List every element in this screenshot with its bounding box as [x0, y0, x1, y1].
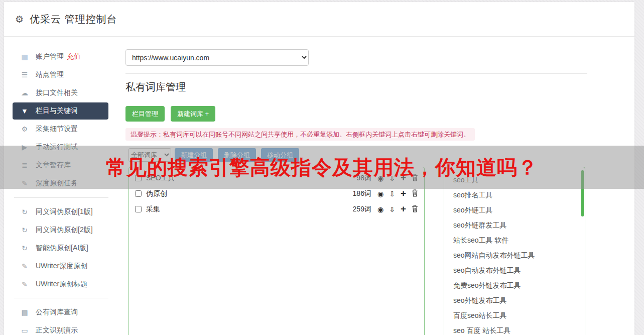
thesaurus-checkbox[interactable] — [135, 190, 142, 197]
refresh-icon: ↻ — [20, 226, 30, 234]
add-icon[interactable]: + — [401, 204, 406, 213]
sidebar-item-label: 同义词伪原创[1版] — [36, 207, 93, 216]
trash-icon[interactable] — [412, 189, 418, 198]
site-select[interactable]: https://www.ucaiyun.com — [125, 49, 309, 66]
sidebar-item-account-management[interactable]: ▥ 账户管理 充值 — [13, 48, 108, 65]
download-icon[interactable]: ⇩ — [389, 206, 395, 213]
gears-icon: ⚙ — [20, 125, 30, 133]
promo-overlay: 常见的搜索引擎高级指令及其用法，你知道吗？ — [0, 146, 644, 189]
word-count: 259词 — [353, 205, 371, 214]
sidebar-item-label: 栏目与关键词 — [36, 106, 78, 116]
refresh-icon: ↻ — [20, 208, 30, 216]
page-title: 私有词库管理 — [125, 80, 186, 94]
thesaurus-name: 采集 — [146, 205, 353, 214]
app-header: ⚙ 优采云 管理控制台 — [4, 2, 634, 37]
sidebar-item-label: 同义词伪原创[2版] — [36, 226, 93, 235]
tip-message: 温馨提示：私有词库可以在同账号不同网站之间共享使用，不必重复添加。右侧框内关键词… — [125, 128, 475, 141]
sidebar-item-label: 公有词库查询 — [36, 308, 78, 317]
app-title: 优采云 管理控制台 — [30, 13, 117, 26]
sidebar-item-label: UWriter原创标题 — [36, 280, 87, 289]
sidebar-item-label: 采集细节设置 — [36, 125, 78, 134]
keyword-item[interactable]: 百度seo站长工具 — [444, 308, 585, 323]
sidebar-item-columns-keywords[interactable]: ▼ 栏目与关键词 — [13, 102, 108, 120]
thesaurus-name: 伪原创 — [146, 189, 353, 198]
new-thesaurus-button[interactable]: 新建词库 + — [171, 106, 215, 122]
bar-chart-icon: ▥ — [20, 53, 30, 61]
sidebar-item-label: 账户管理 — [36, 52, 64, 61]
sidebar-item-label: 接口文件相关 — [36, 88, 78, 97]
refresh-icon: ↻ — [20, 244, 30, 252]
content-divider — [125, 73, 587, 74]
word-count: 186词 — [353, 189, 371, 198]
keyword-item[interactable]: 免费seo外链发布工具 — [444, 278, 585, 293]
keyword-list-panel: seo工具 seo排名工具 seo外链工具 seo外链群发工具 站长seo工具 … — [444, 167, 585, 335]
promo-overlay-text: 常见的搜索引擎高级指令及其用法，你知道吗？ — [106, 154, 538, 181]
sidebar-item-uwriter-deep[interactable]: ✎ UWriter深度原创 — [13, 258, 108, 275]
keyword-item[interactable]: 站长seo工具 软件 — [444, 233, 585, 248]
keyword-item[interactable]: seo网站自动发布外链工具 — [444, 248, 585, 263]
filter-icon: ▼ — [20, 107, 30, 115]
thesaurus-row: 采集 259词 ◉ ⇩ + — [135, 201, 418, 217]
sidebar-item-label: 智能伪原创[AI版] — [36, 244, 88, 253]
sidebar-item-label: 正文识别演示 — [36, 326, 78, 335]
keyword-item[interactable]: seo外链工具 — [444, 202, 585, 217]
gear-icon: ⚙ — [15, 14, 24, 25]
sidebar-item-api-files[interactable]: ☁ 接口文件相关 — [13, 84, 108, 101]
column-manage-button[interactable]: 栏目管理 — [125, 106, 165, 122]
thesaurus-checkbox[interactable] — [135, 206, 142, 212]
keyword-item[interactable]: seo 百度 站长工具 — [444, 323, 585, 335]
sidebar-item-synonym-rewrite-v1[interactable]: ↻ 同义词伪原创[1版] — [13, 203, 108, 220]
edit-icon: ✎ — [20, 262, 30, 270]
trash-icon[interactable] — [412, 205, 418, 213]
monitor-icon: ▭ — [20, 326, 30, 334]
sidebar-item-ai-rewrite[interactable]: ↻ 智能伪原创[AI版] — [13, 240, 108, 257]
recharge-link[interactable]: 充值 — [67, 52, 81, 61]
sidebar-divider — [14, 197, 108, 198]
thesaurus-list-panel: SEO工具 98词 ◉ ⇩ + 伪原创 186词 ◉ ⇩ + 采集 259词 ◉ — [128, 167, 425, 335]
view-icon[interactable]: ◉ — [377, 206, 383, 213]
list-icon: ☰ — [20, 71, 30, 79]
sidebar-item-site-management[interactable]: ☰ 站点管理 — [13, 66, 108, 83]
cloud-upload-icon: ☁ — [20, 89, 30, 97]
sidebar-item-public-thesaurus-query[interactable]: ▤ 公有词库查询 — [13, 304, 108, 321]
keyword-item[interactable]: seo自动发布外链工具 — [444, 263, 585, 278]
download-icon[interactable]: ⇩ — [389, 190, 395, 197]
sidebar-divider — [14, 298, 108, 298]
sidebar-item-label: UWriter深度原创 — [36, 262, 87, 271]
view-icon[interactable]: ◉ — [377, 190, 383, 197]
sidebar-item-uwriter-title[interactable]: ✎ UWriter原创标题 — [13, 276, 108, 293]
edit-icon: ✎ — [20, 280, 30, 288]
sidebar-item-collection-settings[interactable]: ⚙ 采集细节设置 — [13, 121, 108, 138]
keyword-item[interactable]: seo外链发布工具 — [444, 293, 585, 308]
book-icon: ▤ — [20, 308, 30, 316]
sidebar-item-label: 站点管理 — [36, 70, 64, 79]
keyword-item[interactable]: seo外链群发工具 — [444, 217, 585, 233]
sidebar-item-text-recognition-demo[interactable]: ▭ 正文识别演示 — [13, 322, 108, 335]
keyword-item[interactable]: seo排名工具 — [444, 187, 585, 202]
sidebar-item-synonym-rewrite-v2[interactable]: ↻ 同义词伪原创[2版] — [13, 221, 108, 239]
add-icon[interactable]: + — [401, 188, 406, 198]
